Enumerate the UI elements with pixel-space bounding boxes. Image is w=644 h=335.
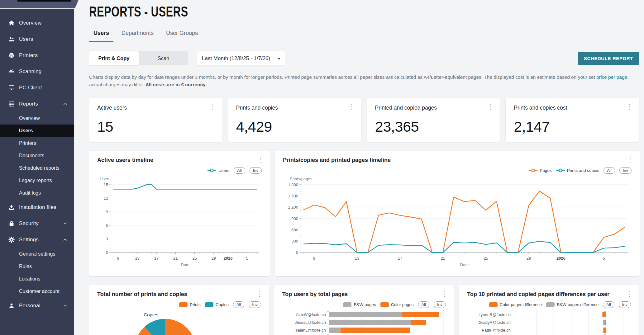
date-range-value: Last Month (12/8/25 - 1/7/26) bbox=[202, 55, 270, 62]
sidebar-item-personal[interactable]: Personal bbox=[0, 298, 74, 314]
sidebar: OverviewUsersPrintersScanningPC ClientRe… bbox=[0, 0, 74, 335]
tab-users[interactable]: Users bbox=[89, 30, 113, 42]
prints-pages-line-chart: Prints/pages03006009001,2001,5001,800913… bbox=[283, 176, 632, 270]
stat-title: Printed and copied pages bbox=[375, 105, 492, 111]
legend-pill-all[interactable]: All bbox=[418, 301, 429, 308]
svg-text:1,200: 1,200 bbox=[288, 205, 298, 210]
pages-differences-card: Top 10 printed and copied pages differen… bbox=[459, 285, 639, 335]
lock-icon bbox=[8, 220, 15, 227]
sidebar-item-label: PC Client bbox=[19, 85, 42, 91]
stats-row: Active users ⋮ 15 Prints and copies ⋮ 4,… bbox=[89, 98, 639, 142]
scan-toggle-button[interactable]: Scan bbox=[139, 51, 188, 65]
top-users-bar-chart: AlexW@foxte.chJesusL@foxte.chIsaiahL@fox… bbox=[282, 310, 446, 335]
kebab-menu-icon[interactable]: ⋮ bbox=[439, 289, 450, 298]
sidebar-subitem-reports-scheduled-reports[interactable]: Scheduled reports bbox=[0, 162, 74, 174]
legend-swatch bbox=[343, 302, 351, 307]
legend-pill-all[interactable]: All bbox=[603, 167, 615, 174]
kebab-menu-icon[interactable]: ⋮ bbox=[624, 289, 635, 298]
legend-item-copies[interactable]: Copies bbox=[205, 302, 229, 307]
legend-pill-inv[interactable]: Inv bbox=[249, 301, 261, 308]
sidebar-subitem-reports-printers[interactable]: Printers bbox=[0, 137, 74, 149]
sidebar-subitem-settings-locations[interactable]: Locations bbox=[0, 273, 74, 285]
sidebar-subitem-settings-rules[interactable]: Rules bbox=[0, 260, 74, 273]
sidebar-item-label: Scanning bbox=[19, 68, 42, 75]
legend-item-color-pages-difference[interactable]: Color pages difference bbox=[489, 302, 542, 307]
kebab-menu-icon[interactable]: ⋮ bbox=[208, 102, 218, 111]
charts-info-text: Charts display data by day for date rang… bbox=[89, 73, 637, 88]
legend-pill-all[interactable]: All bbox=[233, 301, 244, 308]
kebab-menu-icon[interactable]: ⋮ bbox=[625, 155, 635, 164]
sidebar-item-security[interactable]: Security bbox=[0, 215, 74, 232]
tab-departments[interactable]: Departments bbox=[117, 30, 158, 42]
stat-card-active-users: Active users ⋮ 15 bbox=[89, 98, 222, 142]
chart-legend: Color pages differenceB&W pages differen… bbox=[467, 301, 631, 308]
price-per-page-link[interactable]: price per page bbox=[596, 74, 627, 80]
legend-pill-inv[interactable]: Inv bbox=[434, 301, 446, 308]
legend-item-b-w-pages[interactable]: B&W pages bbox=[343, 302, 376, 307]
schedule-report-button[interactable]: SCHEDULE REPORT bbox=[578, 52, 639, 65]
chart-title: Top 10 printed and copied pages differen… bbox=[467, 291, 631, 298]
sidebar-subitem-settings-customer-account[interactable]: Customer account bbox=[0, 285, 74, 298]
legend-pill-inv[interactable]: Inv bbox=[619, 301, 631, 308]
users-icon bbox=[8, 36, 15, 43]
active-users-timeline-card: Active users timeline ⋮ UsersAllInv User… bbox=[89, 151, 270, 276]
tab-user-groups[interactable]: User Groups bbox=[162, 30, 202, 42]
kebab-menu-icon[interactable]: ⋮ bbox=[347, 102, 357, 111]
svg-text:21: 21 bbox=[441, 256, 445, 261]
svg-text:900: 900 bbox=[291, 216, 298, 221]
notice-bold-text: All costs are in € currency. bbox=[145, 82, 207, 87]
legend-pill-inv[interactable]: Inv bbox=[250, 167, 262, 174]
legend-pill-all[interactable]: All bbox=[603, 301, 614, 308]
kebab-menu-icon[interactable]: ⋮ bbox=[485, 102, 496, 111]
main-content: REPORTS - USERS Users Departments User G… bbox=[74, 0, 644, 335]
legend-pill-inv[interactable]: Inv bbox=[619, 167, 632, 174]
bottom-charts-row: Total number of prints and copies ⋮ Prin… bbox=[89, 285, 639, 335]
legend-item-color-pages[interactable]: Color pages bbox=[380, 302, 414, 307]
svg-text:Date: Date bbox=[460, 262, 469, 267]
kebab-menu-icon[interactable]: ⋮ bbox=[255, 155, 265, 164]
chart-title: Prints/copies and printed pages timeline bbox=[283, 157, 632, 163]
sidebar-subitem-reports-documents[interactable]: Documents bbox=[0, 149, 74, 162]
pie-slice-label: Copies bbox=[130, 312, 158, 317]
sidebar-item-printers[interactable]: Printers bbox=[0, 47, 74, 64]
sidebar-subitem-reports-users[interactable]: Users bbox=[0, 125, 74, 137]
person-icon bbox=[8, 302, 15, 309]
sidebar-subitem-reports-legacy-reports[interactable]: Legacy reports bbox=[0, 174, 74, 187]
legend-line-marker bbox=[208, 168, 216, 172]
legend-item-b-w-pages-difference[interactable]: B&W pages difference bbox=[546, 302, 599, 307]
svg-text:0: 0 bbox=[296, 250, 298, 255]
legend-line-marker bbox=[529, 168, 537, 172]
report-type-segmented-control: Print & Copy Scan bbox=[89, 51, 188, 65]
sidebar-item-settings[interactable]: Settings bbox=[0, 232, 74, 248]
kebab-menu-icon[interactable]: ⋮ bbox=[624, 102, 635, 111]
legend-item-users[interactable]: Users bbox=[208, 168, 229, 173]
sidebar-item-scanning[interactable]: Scanning bbox=[0, 64, 74, 80]
legend-item-prints[interactable]: Prints bbox=[179, 302, 201, 307]
sidebar-item-overview[interactable]: Overview bbox=[0, 15, 74, 31]
chart-legend: UsersAllInv bbox=[97, 167, 262, 174]
chart-legend: PrintsCopiesAllInv bbox=[97, 301, 261, 308]
kebab-menu-icon[interactable]: ⋮ bbox=[255, 289, 265, 298]
print-copy-toggle-button[interactable]: Print & Copy bbox=[89, 51, 139, 65]
sidebar-item-label: Personal bbox=[19, 303, 41, 309]
stat-card-printed-copied-pages: Printed and copied pages ⋮ 23,365 bbox=[367, 98, 500, 142]
timeline-charts-row: Active users timeline ⋮ UsersAllInv User… bbox=[89, 151, 639, 276]
sidebar-subitem-reports-overview[interactable]: Overview bbox=[0, 112, 74, 125]
sidebar-item-label: Printers bbox=[19, 52, 38, 59]
date-range-dropdown[interactable]: Last Month (12/8/25 - 1/7/26) ▾ bbox=[197, 51, 285, 65]
stat-title: Prints and copies cost bbox=[514, 105, 631, 111]
sidebar-item-installation-files[interactable]: Installation files bbox=[0, 199, 74, 215]
sidebar-subitem-settings-general-settings[interactable]: General settings bbox=[0, 248, 74, 260]
legend-item-pages[interactable]: Pages bbox=[529, 168, 551, 173]
legend-item-prints-and-copies[interactable]: Prints and copies bbox=[556, 168, 599, 173]
sidebar-subitem-reports-audit-logs[interactable]: Audit logs bbox=[0, 187, 74, 199]
sidebar-item-pc-client[interactable]: PC Client bbox=[0, 80, 74, 96]
home-icon bbox=[8, 20, 15, 26]
svg-text:Users: Users bbox=[100, 177, 110, 181]
sidebar-item-users[interactable]: Users bbox=[0, 31, 74, 47]
sidebar-item-reports[interactable]: Reports bbox=[0, 96, 74, 112]
svg-text:9: 9 bbox=[313, 256, 315, 261]
svg-text:Prints/pages: Prints/pages bbox=[290, 177, 312, 181]
gear-icon bbox=[8, 236, 15, 243]
legend-pill-all[interactable]: All bbox=[234, 167, 245, 174]
